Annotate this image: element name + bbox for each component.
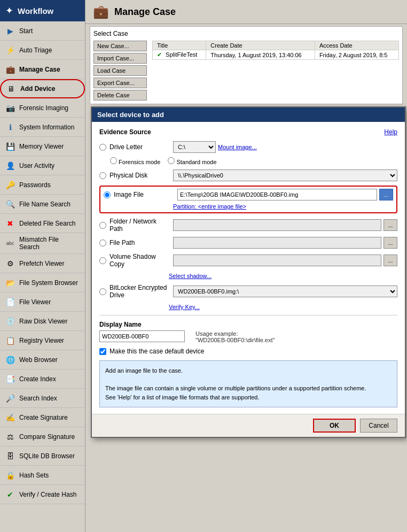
folder-network-browse-button[interactable]: ... [383,219,397,231]
display-name-row: Usage example: "WD200EB-00BF0:\dir\file.… [99,330,397,343]
evidence-source-header: Evidence Source Help [99,128,397,136]
standard-mode-label[interactable]: Standard mode [168,157,216,165]
image-file-browse-button[interactable]: ... [379,189,393,201]
sidebar-item-file-viewer[interactable]: File Viewer [0,292,85,312]
sqlite-icon [4,450,16,462]
sidebar-item-prefetch-viewer[interactable]: Prefetch Viewer [0,254,85,273]
manage-icon [4,64,16,75]
export-case-button[interactable]: Export Case... [93,78,147,88]
fsb-icon [4,277,16,289]
ok-button[interactable]: OK [313,419,356,433]
sidebar-item-file-system-browser[interactable]: File System Browser [0,273,85,292]
webbrowser-icon [4,354,16,366]
sidebar-item-start[interactable]: Start [0,21,85,41]
make-default-label: Make this the case default device [109,348,204,355]
mode-row: Forensics mode Standard mode [110,157,397,165]
forensics-mode-radio[interactable] [110,157,117,164]
sidebar-item-auto-triage[interactable]: Auto Triage [0,41,85,60]
verify-key-link[interactable]: Verify Key... [169,304,200,310]
partition-link[interactable]: Partition: <entire image file> [173,203,246,210]
info-line1: Add an image file to the case. [105,366,392,375]
sidebar-item-hash-sets[interactable]: Hash Sets [0,466,85,485]
sidebar-label-start: Start [19,27,33,35]
sidebar-item-web-browser[interactable]: Web Browser [0,350,85,369]
new-case-button[interactable]: New Case... [93,41,147,51]
sidebar-item-create-signature[interactable]: Create Signature [0,408,85,427]
sidebar-item-file-name-search[interactable]: File Name Search [0,195,85,214]
sidebar-item-compare-signature[interactable]: Compare Signature [0,427,85,446]
import-case-button[interactable]: Import Case... [93,53,147,64]
cancel-button[interactable]: Cancel [360,419,397,433]
sidebar-item-create-index[interactable]: Create Index [0,369,85,389]
folder-network-label[interactable]: Folder / Network Path [99,218,169,233]
folder-network-radio[interactable] [99,222,106,229]
sidebar-item-raw-disk-viewer[interactable]: Raw Disk Viewer [0,312,85,331]
bitlocker-select[interactable]: WD200EB-00BF0.img:\ [173,286,397,297]
physical-disk-label[interactable]: Physical Disk [99,172,169,179]
volume-shadow-browse-button[interactable]: ... [383,255,397,266]
forensics-mode-label[interactable]: Forensics mode [110,157,160,165]
bitlocker-label[interactable]: BitLocker Encrypted Drive [99,284,169,299]
load-case-button[interactable]: Load Case [93,65,147,76]
file-path-browse-button[interactable]: ... [383,237,397,249]
info-box: Add an image file to the case. The image… [99,360,397,407]
manage-case-icon: 💼 [93,4,109,19]
mount-image-link[interactable]: Mount image... [218,144,257,150]
delete-case-button[interactable]: Delete Case [93,90,147,101]
folder-network-control: ... [173,219,397,231]
bitlocker-radio[interactable] [99,288,106,295]
image-file-radio[interactable] [104,191,111,198]
file-path-label[interactable]: File Path [99,239,169,246]
drive-letter-select[interactable]: C:\ [173,141,216,153]
sidebar-label-system-information: System Information [19,124,74,131]
folder-network-input[interactable] [173,219,381,231]
sidebar-label-add-device: Add Device [20,85,55,92]
table-row[interactable]: ✔ SplitFileTest Thursday, 1 August 2019,… [153,50,399,60]
physical-disk-select[interactable]: \\.\PhysicalDrive0 [173,169,397,181]
drive-letter-label[interactable]: Drive Letter [99,143,169,151]
searchindex-icon [4,392,16,404]
prefetch-icon [4,258,16,269]
sidebar-label-sqlite-db-browser: SQLite DB Browser [19,452,75,460]
image-file-input[interactable] [177,189,377,201]
sidebar-item-passwords[interactable]: Passwords [0,175,85,195]
dialog-content: Evidence Source Help Drive Letter C:\ [92,122,405,414]
volume-shadow-label[interactable]: Volume Shadow Copy [99,253,169,268]
file-path-radio[interactable] [99,240,106,246]
image-file-control: ... [177,189,393,201]
physical-disk-radio[interactable] [99,172,106,179]
make-default-checkbox[interactable] [99,348,106,355]
sidebar-item-mismatch-file-search[interactable]: Mismatch File Search [0,233,85,254]
volume-shadow-control: ... [173,255,397,266]
case-table: Title Create Date Access Date ✔ SplitFil… [152,41,399,60]
sidebar-item-deleted-file-search[interactable]: Deleted File Search [0,214,85,233]
add-device-dialog: Select device to add Evidence Source Hel… [91,106,406,438]
sidebar-item-registry-viewer[interactable]: Registry Viewer [0,331,85,350]
display-name-input[interactable] [99,330,185,342]
dialog-title: Select device to add [97,111,164,119]
sidebar-item-system-information[interactable]: System Information [0,118,85,137]
volume-shadow-input[interactable] [173,255,381,266]
sidebar-item-user-activity[interactable]: User Activity [0,156,85,175]
file-path-row: File Path ... [99,237,397,249]
sidebar-item-manage-case[interactable]: Manage Case [0,60,85,79]
sidebar-item-verify-create[interactable]: Verify / Create Hash [0,485,85,504]
sidebar-item-memory-viewer[interactable]: Memory Viewer [0,137,85,156]
image-file-label[interactable]: Image File [104,191,173,198]
sidebar-item-sqlite-db-browser[interactable]: SQLite DB Browser [0,446,85,466]
drive-letter-radio[interactable] [99,144,106,151]
display-name-label: Display Name [99,321,397,328]
case-create-date-cell: Thursday, 1 August 2019, 13:40:06 [206,50,315,60]
help-link[interactable]: Help [384,128,397,136]
select-shadow-link[interactable]: Select shadow... [169,273,212,279]
file-path-input[interactable] [173,237,381,249]
sidebar-label-verify-create: Verify / Create Hash [19,491,76,498]
volume-shadow-radio[interactable] [99,257,106,264]
standard-mode-radio[interactable] [168,157,175,164]
sidebar-item-add-device[interactable]: Add Device [0,79,85,98]
sidebar-item-search-index[interactable]: Search Index [0,389,85,408]
sidebar-item-forensic-imaging[interactable]: Forensic Imaging [0,98,85,118]
sidebar: ✦ Workflow Start Auto Triage Manage Case… [0,0,85,532]
sidebar-title: Workflow [18,6,53,16]
sidebar-label-user-activity: User Activity [19,162,54,169]
